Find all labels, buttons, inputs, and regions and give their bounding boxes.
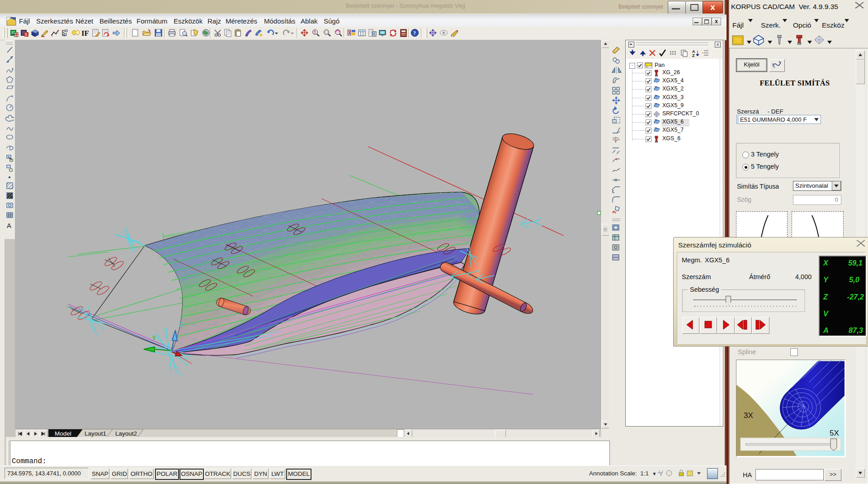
svg-text:Model: Model xyxy=(55,430,71,437)
svg-text:3X: 3X xyxy=(744,411,753,420)
svg-text:A: A xyxy=(7,222,11,229)
svg-text:?: ? xyxy=(413,30,416,36)
svg-text:Y: Y xyxy=(152,334,156,342)
svg-text:5X: 5X xyxy=(830,429,839,437)
svg-text:Layout1: Layout1 xyxy=(85,430,106,437)
svg-text:5: 5 xyxy=(25,32,27,37)
svg-text:Layout2: Layout2 xyxy=(115,430,137,437)
svg-text:Z: Z xyxy=(179,321,183,328)
svg-text:IF: IF xyxy=(81,29,89,37)
svg-text:Z: Z xyxy=(692,53,695,58)
